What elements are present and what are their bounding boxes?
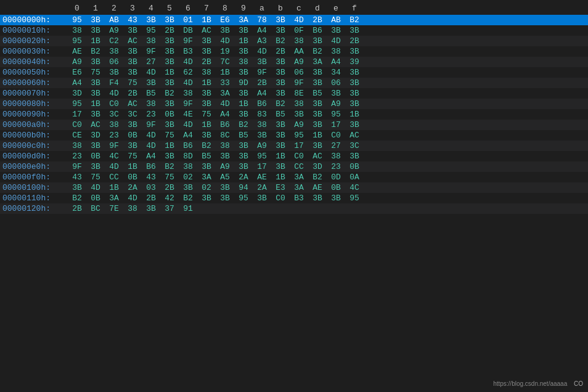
table-row: 00000050h:E6753B3B4D1B62381B3B9F3B063B34… bbox=[0, 67, 588, 78]
hex-cell: 3B bbox=[197, 47, 216, 56]
table-row: 000000b0h:CE3D230B4D75A43B8CB53B3B951BC0… bbox=[0, 130, 588, 141]
hex-cell: 34 bbox=[327, 68, 345, 77]
hex-cell: 75 bbox=[197, 110, 216, 119]
header-col-3: 3 bbox=[123, 4, 142, 13]
hex-cell: 19 bbox=[216, 47, 234, 56]
hex-cell: A4 bbox=[216, 110, 234, 119]
row-address: 00000120h: bbox=[0, 204, 68, 213]
hex-cell: 4D bbox=[105, 89, 123, 98]
hex-cell: 9F bbox=[253, 68, 271, 77]
hex-cell: 3B bbox=[86, 141, 105, 150]
hex-cell: C0 bbox=[68, 120, 86, 129]
hex-cell: 95 bbox=[345, 194, 364, 203]
row-address: 00000060h: bbox=[0, 78, 68, 88]
hex-cell: 3B bbox=[179, 183, 197, 192]
watermark: https://blog.csdn.net/aaaaa CO bbox=[493, 380, 583, 387]
hex-cell: 3B bbox=[271, 68, 290, 77]
hex-cell: 1B bbox=[308, 131, 327, 140]
row-address: 000000a0h: bbox=[0, 120, 68, 129]
hex-cell: B5 bbox=[197, 152, 216, 161]
hex-cell: A9 bbox=[290, 57, 308, 67]
hex-cell: 1B bbox=[271, 152, 290, 161]
hex-cell: 3B bbox=[86, 26, 105, 35]
hex-cell: 9F bbox=[68, 162, 86, 171]
hex-cell: B2 bbox=[308, 173, 327, 182]
hex-cell: 2A bbox=[123, 183, 142, 192]
hex-cell: E6 bbox=[68, 68, 86, 77]
hex-cell: 1B bbox=[105, 183, 123, 192]
hex-cell: AC bbox=[197, 26, 216, 35]
hex-cell: CC bbox=[290, 162, 308, 171]
hex-cell: 3B bbox=[271, 131, 290, 140]
hex-cell: B2 bbox=[345, 15, 364, 25]
hex-cell: 3B bbox=[234, 141, 253, 150]
hex-cell: A4 bbox=[253, 89, 271, 98]
hex-cell: 0B bbox=[123, 131, 142, 140]
hex-cell: E6 bbox=[216, 15, 234, 25]
hex-cell: 38 bbox=[142, 99, 160, 108]
hex-cell: 3B bbox=[253, 57, 271, 67]
hex-cell: A9 bbox=[290, 120, 308, 129]
hex-cell: E3 bbox=[271, 183, 290, 192]
hex-cell: 38 bbox=[253, 120, 271, 129]
hex-cell: 3B bbox=[68, 183, 86, 192]
hex-cell: 3B bbox=[123, 120, 142, 129]
hex-cell: 27 bbox=[142, 57, 160, 67]
hex-cell: 3B bbox=[216, 26, 234, 35]
hex-cell: 2A bbox=[234, 173, 253, 182]
hex-cell: 3B bbox=[345, 26, 364, 35]
hex-cell: F4 bbox=[105, 78, 123, 88]
hex-cell: 2B bbox=[271, 47, 290, 56]
hex-cell: 3B bbox=[234, 26, 253, 35]
hex-cell: 4D bbox=[105, 162, 123, 171]
hex-cell: 3B bbox=[253, 131, 271, 140]
hex-cell: 83 bbox=[253, 110, 271, 119]
hex-cell: 23 bbox=[68, 152, 86, 161]
hex-cell: 9F bbox=[179, 99, 197, 108]
hex-cell: 9D bbox=[234, 78, 253, 88]
row-address: 00000000h: bbox=[0, 15, 68, 25]
hex-cell: 4D bbox=[327, 36, 345, 46]
hex-cell: 27 bbox=[327, 141, 345, 150]
hex-cell: 02 bbox=[197, 183, 216, 192]
hex-cell: 3A bbox=[216, 89, 234, 98]
hex-cell: 3B bbox=[271, 89, 290, 98]
hex-cell: 3B bbox=[345, 47, 364, 56]
header-col-4: 4 bbox=[142, 4, 160, 13]
hex-cell: 3B bbox=[86, 57, 105, 67]
hex-cell: 3B bbox=[105, 68, 123, 77]
hex-cell: B2 bbox=[197, 141, 216, 150]
row-address: 00000110h: bbox=[0, 194, 68, 203]
hex-cell: 3B bbox=[160, 99, 179, 108]
hex-cell: 95 bbox=[327, 110, 345, 119]
hex-cell: 62 bbox=[179, 68, 197, 77]
hex-cell: A5 bbox=[216, 173, 234, 182]
hex-cell: 4D bbox=[142, 68, 160, 77]
hex-cell: 3B bbox=[345, 120, 364, 129]
hex-cell: 17 bbox=[327, 120, 345, 129]
hex-cell: 4D bbox=[142, 131, 160, 140]
row-address: 00000090h: bbox=[0, 110, 68, 119]
row-address: 00000020h: bbox=[0, 36, 68, 46]
hex-cell: 3B bbox=[160, 152, 179, 161]
hex-cell: A9 bbox=[105, 26, 123, 35]
header-col-5: 5 bbox=[160, 4, 179, 13]
hex-cell: 4D bbox=[179, 78, 197, 88]
hex-cell: 9F bbox=[142, 47, 160, 56]
hex-cell: A4 bbox=[179, 131, 197, 140]
hex-cell: 8D bbox=[179, 152, 197, 161]
hex-cell: 38 bbox=[179, 162, 197, 171]
hex-cell: 3B bbox=[197, 89, 216, 98]
hex-cell: AC bbox=[345, 131, 364, 140]
table-row: 00000080h:951BC0AC383B9F3B4D1BB6B2383BA9… bbox=[0, 99, 588, 109]
hex-cell: 3B bbox=[308, 194, 327, 203]
hex-cell: 3B bbox=[345, 89, 364, 98]
hex-cell: 38 bbox=[123, 204, 142, 213]
hex-cell: 23 bbox=[105, 131, 123, 140]
hex-cell: 2A bbox=[253, 183, 271, 192]
hex-cell: 3B bbox=[308, 68, 327, 77]
hex-cell: 3B bbox=[160, 47, 179, 56]
hex-cell: 9F bbox=[105, 141, 123, 150]
hex-cell: B6 bbox=[179, 141, 197, 150]
hex-cell: 4D bbox=[253, 47, 271, 56]
